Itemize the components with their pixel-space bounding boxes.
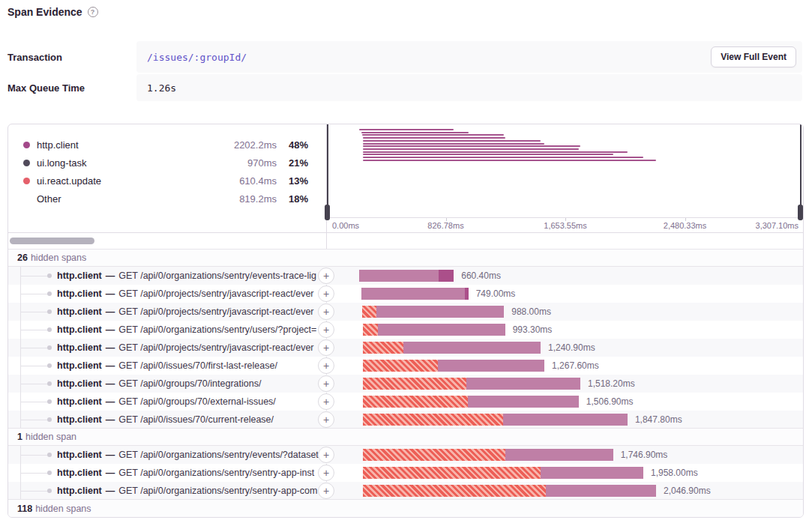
add-span-button[interactable]: + <box>318 339 334 356</box>
span-duration-bar <box>363 378 580 390</box>
span-duration-chart: 1,518.20ms <box>326 375 803 393</box>
add-span-button[interactable]: + <box>318 357 334 374</box>
span-url: GET /api/0/issues/70/current-release/ <box>118 414 274 425</box>
span-url: GET /api/0/organizations/sentry/events/?… <box>118 450 319 460</box>
hidden-spans-row[interactable]: 26hidden spans <box>8 249 803 267</box>
queue-time-segment <box>363 396 468 408</box>
span-op: http.client <box>57 342 102 353</box>
minimap-span-bar <box>363 137 505 139</box>
add-span-button[interactable]: + <box>318 447 334 463</box>
tree-node-dot <box>47 327 52 332</box>
legend-item: http.client2202.2ms48% <box>8 136 326 154</box>
queue-time-segment <box>363 414 503 426</box>
legend-op-label: ui.react.update <box>37 175 217 187</box>
span-op-separator: — <box>106 486 115 496</box>
span-duration-label: 2,046.90ms <box>664 482 711 500</box>
span-tree-section: http.client—GET /api/0/organizations/sen… <box>8 446 803 500</box>
span-op: http.client <box>57 360 102 371</box>
span-row[interactable]: http.client—GET /api/0/projects/sentry/j… <box>8 339 803 357</box>
axis-tick-label: 2,480.33ms <box>664 221 706 230</box>
max-queue-time-label: Max Queue Time <box>0 74 136 101</box>
horizontal-scrollbar[interactable] <box>10 238 94 244</box>
tree-node-dot <box>47 471 52 475</box>
span-duration-label: 749.00ms <box>476 285 516 303</box>
span-row[interactable]: http.client—GET /api/0/organizations/sen… <box>8 446 803 464</box>
span-row[interactable]: http.client—GET /api/0/organizations/sen… <box>8 482 803 500</box>
legend-percent: 18% <box>277 193 308 205</box>
span-row[interactable]: http.client—GET /api/0/projects/sentry/j… <box>8 303 803 321</box>
tree-node-dot <box>47 273 52 278</box>
queue-time-segment <box>363 360 438 372</box>
tree-node-dot <box>47 363 52 368</box>
tree-connector-horizontal <box>20 473 49 474</box>
tree-node-dot <box>47 417 52 422</box>
span-duration-bar <box>363 414 628 426</box>
add-span-button[interactable]: + <box>318 465 334 481</box>
span-url: GET /api/0/organizations/sentry/sentry-a… <box>118 468 314 478</box>
span-row[interactable]: http.client—GET /api/0/groups/70/externa… <box>8 393 803 411</box>
legend-op-label: ui.long-task <box>37 157 217 169</box>
span-op-separator: — <box>106 450 115 460</box>
hidden-spans-row[interactable]: 118hidden spans <box>8 499 803 517</box>
span-duration-chart: 1,267.60ms <box>326 357 803 375</box>
span-row[interactable]: http.client—GET /api/0/organizations/sen… <box>8 321 803 339</box>
queue-time-segment <box>363 449 505 461</box>
view-full-event-button[interactable]: View Full Event <box>711 46 796 67</box>
span-url: GET /api/0/organizations/sentry/users/?p… <box>118 324 316 335</box>
tree-node-dot <box>47 453 52 457</box>
span-description: http.client—GET /api/0/organizations/sen… <box>57 446 326 464</box>
legend-duration: 819.2ms <box>217 193 277 205</box>
waterfall-minimap[interactable] <box>326 124 803 217</box>
tree-connector-horizontal <box>20 366 49 366</box>
legend-color-dot <box>23 178 30 184</box>
span-duration-chart: 749.00ms <box>326 285 803 303</box>
span-op-separator: — <box>106 396 115 407</box>
span-url: GET /api/0/projects/sentry/javascript-re… <box>118 342 313 353</box>
minimap-span-bar <box>363 140 541 142</box>
span-waterfall-panel: http.client2202.2ms48%ui.long-task970ms2… <box>7 124 804 518</box>
tree-node-dot <box>47 345 52 350</box>
minimap-span-bar <box>361 132 469 133</box>
legend-duration: 970ms <box>217 157 277 169</box>
help-question-icon[interactable]: ? <box>88 7 98 17</box>
span-duration-chart: 1,240.90ms <box>326 339 803 357</box>
span-duration-label: 1,267.60ms <box>552 357 599 375</box>
span-description: http.client—GET /api/0/organizations/sen… <box>57 482 326 500</box>
tree-node-dot <box>47 489 52 493</box>
tree-connector-vertical <box>20 446 21 500</box>
tree-connector-horizontal <box>20 402 49 402</box>
span-row[interactable]: http.client—GET /api/0/projects/sentry/j… <box>8 285 803 303</box>
add-span-button[interactable]: + <box>318 303 334 320</box>
add-span-button[interactable]: + <box>318 321 334 338</box>
span-duration-label: 660.40ms <box>461 267 501 285</box>
span-op-separator: — <box>106 360 115 371</box>
queue-time-segment <box>363 378 466 390</box>
add-span-button[interactable]: + <box>318 375 334 392</box>
queue-time-segment <box>362 306 376 318</box>
queue-time-segment <box>363 324 378 336</box>
add-span-button[interactable]: + <box>318 267 334 284</box>
span-description: http.client—GET /api/0/organizations/sen… <box>57 321 326 339</box>
span-row[interactable]: http.client—GET /api/0/issues/70/current… <box>8 411 803 429</box>
span-op: http.client <box>57 468 102 478</box>
span-duration-label: 1,958.00ms <box>651 464 698 482</box>
span-row[interactable]: http.client—GET /api/0/groups/70/integra… <box>8 375 803 393</box>
span-row[interactable]: http.client—GET /api/0/organizations/sen… <box>8 464 803 482</box>
span-op: http.client <box>57 486 102 496</box>
span-row[interactable]: http.client—GET /api/0/issues/70/first-l… <box>8 357 803 375</box>
span-tree: 26hidden spanshttp.client—GET /api/0/org… <box>8 249 803 517</box>
add-span-button[interactable]: + <box>318 285 334 302</box>
add-span-button[interactable]: + <box>318 483 334 499</box>
span-op-separator: — <box>106 342 115 353</box>
minimap-right-drag-handle[interactable] <box>798 124 803 220</box>
span-duration-chart: 988.00ms <box>326 303 803 321</box>
transaction-value-box: /issues/:groupId/ View Full Event <box>136 41 802 73</box>
tree-node-dot <box>47 291 52 296</box>
span-row[interactable]: http.client—GET /api/0/organizations/sen… <box>8 267 803 285</box>
minimap-left-drag-handle[interactable] <box>325 124 330 220</box>
span-duration-bar <box>363 485 656 497</box>
hidden-spans-row[interactable]: 1hidden span <box>8 428 803 446</box>
add-span-button[interactable]: + <box>318 411 334 428</box>
add-span-button[interactable]: + <box>318 393 334 410</box>
span-duration-bar <box>363 396 579 408</box>
